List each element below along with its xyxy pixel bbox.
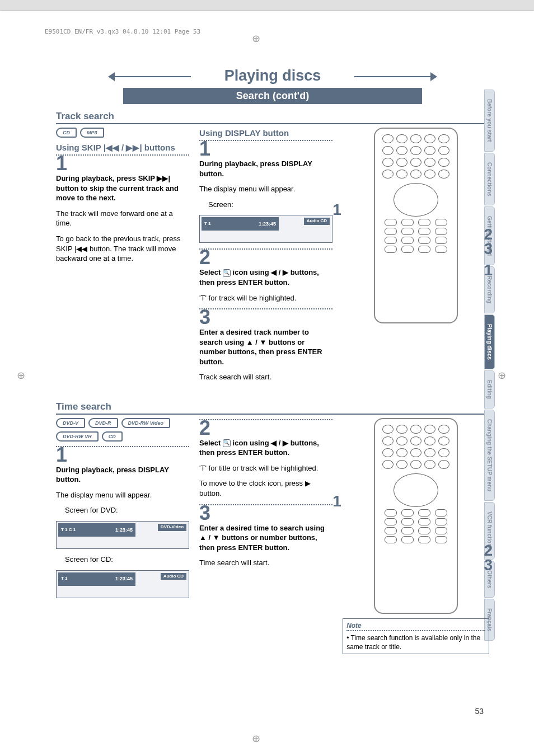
- crop-mark: ⊕: [498, 369, 506, 382]
- dvd-rw-video-disc-icon: DVD-RW Video: [121, 418, 171, 428]
- using-display-title: Using DISPLAY button: [199, 128, 332, 139]
- search-osd-icon: 🔍: [223, 439, 231, 447]
- step1-body1: The track will move forward one at a tim…: [56, 209, 189, 228]
- time-step-number-2: 2: [199, 418, 332, 438]
- callout-3-right: 3: [484, 555, 493, 576]
- step-number-2: 2: [199, 247, 332, 267]
- osd-track-dvd: T 1 C 1: [61, 527, 76, 533]
- time-search-heading: Time search: [56, 401, 489, 415]
- time-step1-bold: During playback, press DISPLAY button.: [56, 465, 189, 485]
- mp3-disc-icon: MP3: [80, 128, 104, 138]
- display-step2-body: 'T' for track will be highlighted.: [199, 293, 332, 303]
- track-search-heading: Track search: [56, 111, 489, 124]
- time-step-number-1: 1: [56, 445, 189, 465]
- osd-time-cd: 1:23:45: [115, 575, 133, 582]
- section-bar: Search (cont'd): [123, 88, 422, 104]
- dvd-r-disc-icon: DVD-R: [88, 418, 118, 428]
- osd-badge-cd: Audio CD: [161, 573, 186, 580]
- dvd-v-disc-icon: DVD-V: [56, 418, 85, 428]
- osd-time: 1:23:45: [259, 220, 276, 227]
- step-number-3: 3: [199, 307, 332, 327]
- osd-time-dvd: 1:23:45: [115, 527, 133, 533]
- osd-track-cd: T 1: [61, 576, 68, 582]
- callout-1-left: 1: [332, 199, 341, 220]
- screen-dvd-label: Screen for DVD:: [65, 505, 189, 515]
- callout-3-right: 3: [484, 238, 493, 260]
- callout-1-right: 1: [484, 260, 493, 281]
- display-step1-bold: During playback, press DISPLAY button.: [199, 159, 332, 179]
- time-step1-body: The display menu will appear.: [56, 490, 189, 500]
- note-body: • Time search function is available only…: [346, 633, 485, 651]
- callout-1-left: 1: [332, 491, 341, 512]
- page-number: 53: [475, 707, 484, 716]
- step-number-1: 1: [199, 139, 332, 159]
- crop-mark: ⊕: [17, 369, 25, 382]
- search-osd-icon: 🔍: [223, 269, 231, 277]
- osd-badge-dvd: DVD-Video: [158, 524, 186, 531]
- remote-control-illustration: [374, 128, 458, 323]
- note-title: Note: [346, 621, 485, 631]
- dvd-rw-vr-disc-icon: DVD-RW VR: [56, 431, 99, 442]
- step-number-1: 1: [56, 153, 189, 173]
- remote-nav-pad: [394, 473, 438, 507]
- display-step2-bold: Select 🔍 icon using ◀ / ▶ buttons, then …: [199, 267, 332, 287]
- banner-arrow-right-icon: [354, 76, 433, 77]
- time-step2-bold: Select 🔍 icon using ◀ / ▶ buttons, then …: [199, 438, 332, 458]
- osd-badge-audio-cd: Audio CD: [304, 218, 330, 225]
- screen-label: Screen:: [208, 200, 332, 210]
- note-box: Note • Time search function is available…: [343, 618, 489, 655]
- time-step3-body: Time search will start.: [199, 558, 332, 568]
- crop-mark: ⊕: [252, 32, 260, 45]
- cd-disc-icon: CD: [102, 431, 123, 442]
- crop-mark: ⊕: [252, 732, 260, 745]
- display-step3-body: Track search will start.: [199, 372, 332, 382]
- screen-cd-label: Screen for CD:: [65, 555, 189, 565]
- print-meta-header: E9501CD_EN/FR_v3.qx3 04.8.10 12:01 Page …: [0, 11, 534, 35]
- osd-track-indicator: T 1: [204, 221, 211, 227]
- time-step2-body2: To move to the clock icon, press ▶ butto…: [199, 478, 332, 498]
- banner-arrow-left-icon: [113, 76, 191, 77]
- chapter-title: Playing discs: [196, 67, 349, 84]
- remote-control-illustration: [374, 418, 458, 614]
- display-step1-body: The display menu will appear.: [199, 184, 332, 194]
- cd-disc-icon: CD: [56, 128, 77, 138]
- osd-screen-dvd: T 1 C 1 1:23:45 DVD-Video: [56, 521, 189, 549]
- time-step-number-3: 3: [199, 503, 332, 523]
- step1-body2: To go back to the previous track, press …: [56, 234, 189, 264]
- osd-screen-cd: T 1 1:23:45 Audio CD: [56, 570, 189, 598]
- display-step3-bold: Enter a desired track number to search u…: [199, 327, 332, 367]
- step1-instruction: During playback, press SKIP ▶▶| button t…: [56, 173, 189, 203]
- osd-screen-audio-cd: T 1 1:23:45 Audio CD: [199, 215, 332, 243]
- remote-nav-pad: [394, 183, 438, 217]
- using-skip-title: Using SKIP |◀◀ / ▶▶| buttons: [56, 142, 189, 153]
- time-step2-body1: 'T' for title or track will be highlight…: [199, 463, 332, 473]
- chapter-title-text: Playing discs: [224, 67, 321, 84]
- time-step3-bold: Enter a desired time to search using ▲ /…: [199, 523, 332, 553]
